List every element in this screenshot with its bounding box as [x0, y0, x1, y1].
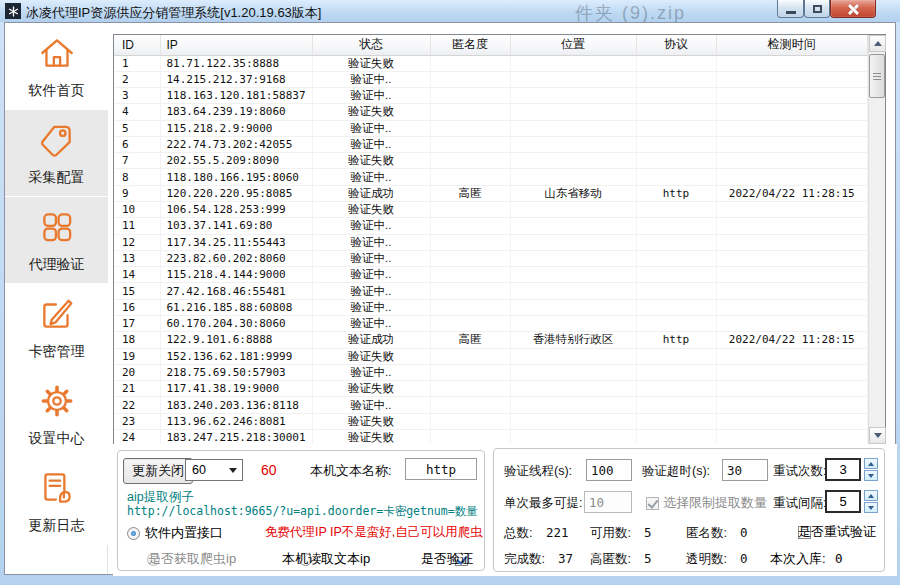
- table-row[interactable]: 21117.41.38.19:9000验证失败: [114, 381, 868, 397]
- sidebar-item-changelog[interactable]: 更新日志: [5, 458, 108, 545]
- cell-anonymity: [430, 169, 510, 185]
- cell-check-time: [716, 136, 868, 152]
- timeout-input[interactable]: [722, 459, 768, 481]
- table-row[interactable]: 13223.82.60.202:8060验证中..: [114, 250, 868, 266]
- table-row[interactable]: 20218.75.69.50:57903验证中..: [114, 364, 868, 380]
- cell-ip: 222.74.73.202:42055: [160, 136, 312, 152]
- max-fetch-input[interactable]: [584, 491, 632, 513]
- cell-id: 8: [114, 169, 160, 185]
- cell-anonymity: [430, 381, 510, 397]
- table-row[interactable]: 6222.74.73.202:42055验证中..: [114, 136, 868, 152]
- table-body: 181.71.122.35:8888验证失败214.215.212.37:916…: [114, 55, 868, 446]
- window-title: 冰凌代理IP资源供应分销管理系统[v1.20.19.63版本]: [26, 4, 321, 22]
- table-row[interactable]: 1760.170.204.30:8060验证中..: [114, 316, 868, 332]
- maximize-button[interactable]: [804, 0, 830, 18]
- cell-id: 5: [114, 120, 160, 136]
- sidebar-item-label: 卡密管理: [29, 343, 85, 361]
- cell-anonymity: [430, 218, 510, 234]
- cell-status: 验证中..: [312, 120, 430, 136]
- cell-ip: 103.37.141.69:80: [160, 218, 312, 234]
- retry-gap-label: 重试间隔:: [773, 495, 826, 512]
- table-row[interactable]: 11103.37.141.69:80验证中..: [114, 218, 868, 234]
- sidebar: 软件首页 采集配置 代理验证 卡密管理: [5, 23, 108, 574]
- table-row[interactable]: 214.215.212.37:9168验证中..: [114, 71, 868, 87]
- close-button[interactable]: [830, 0, 876, 18]
- cell-check-time: [716, 413, 868, 429]
- cell-anonymity: [430, 250, 510, 266]
- scroll-down-button[interactable]: [869, 427, 886, 444]
- table-row[interactable]: 22183.240.203.136:8118验证中..: [114, 397, 868, 413]
- table-row[interactable]: 3118.163.120.181:58837验证中..: [114, 88, 868, 104]
- cell-anonymity: 高匿: [430, 332, 510, 348]
- thread-input[interactable]: [586, 459, 632, 481]
- col-status[interactable]: 状态: [312, 35, 430, 55]
- stepper-up-button[interactable]: [864, 458, 878, 469]
- cell-protocol: [636, 71, 716, 87]
- table-row[interactable]: 8118.180.166.195:8060验证中..: [114, 169, 868, 185]
- local-text-name-input[interactable]: [405, 458, 477, 480]
- app-window: 冰凌代理IP资源供应分销管理系统[v1.20.19.63版本] 件夹 (9).z…: [0, 0, 900, 585]
- retry-count-value[interactable]: 3: [825, 458, 861, 481]
- content-area: 软件首页 采集配置 代理验证 卡密管理: [4, 22, 896, 575]
- scroll-up-button[interactable]: [869, 35, 886, 52]
- table-row[interactable]: 9120.220.220.95:8085验证成功高匿山东省移动http2022/…: [114, 185, 868, 201]
- cell-status: 验证中..: [312, 88, 430, 104]
- stepper-down-button[interactable]: [864, 502, 878, 513]
- sidebar-item-collect-config[interactable]: 采集配置: [5, 110, 108, 197]
- free-proxy-note: 免费代理IP IP不是蛮好,自己可以用爬虫: [265, 524, 483, 541]
- retry-gap-value[interactable]: 5: [825, 490, 861, 513]
- minimize-icon: [786, 11, 796, 14]
- cell-id: 22: [114, 397, 160, 413]
- col-location[interactable]: 位置: [510, 35, 636, 55]
- sidebar-item-proxy-verify[interactable]: 代理验证: [5, 197, 108, 284]
- col-check-time[interactable]: 检测时间: [716, 35, 868, 55]
- max-fetch-label: 单次最多可提:: [504, 495, 582, 512]
- scrollbar-thumb[interactable]: [869, 54, 885, 98]
- cell-protocol: [636, 202, 716, 218]
- retry-count-stepper: [864, 458, 878, 481]
- interval-dropdown[interactable]: 60: [185, 459, 243, 481]
- arrow-up-icon: [868, 462, 874, 466]
- table-row[interactable]: 19152.136.62.181:9999验证失败: [114, 348, 868, 364]
- table-row[interactable]: 10106.54.128.253:999验证失败: [114, 202, 868, 218]
- builtin-api-radio[interactable]: [127, 527, 140, 540]
- table-row[interactable]: 14115.218.4.144:9000验证中..: [114, 267, 868, 283]
- update-close-button[interactable]: 更新关闭: [123, 458, 193, 484]
- table-row[interactable]: 18122.9.101.6:8888验证成功高匿香港特别行政区http2022/…: [114, 332, 868, 348]
- stored-value: 0: [835, 551, 843, 566]
- table-row[interactable]: 1527.42.168.46:55481验证中..: [114, 283, 868, 299]
- table-row[interactable]: 23113.96.62.246:8081验证失败: [114, 413, 868, 429]
- table-row[interactable]: 4183.64.239.19:8060验证失败: [114, 104, 868, 120]
- cell-check-time: [716, 364, 868, 380]
- stored-label: 本次入库:: [770, 550, 826, 568]
- sidebar-item-card-manage[interactable]: 卡密管理: [5, 284, 108, 371]
- limit-fetch-checkbox[interactable]: [646, 497, 659, 510]
- cell-location: [510, 267, 636, 283]
- sidebar-item-home[interactable]: 软件首页: [5, 23, 108, 110]
- table-row[interactable]: 181.71.122.35:8888验证失败: [114, 55, 868, 71]
- cell-status: 验证中..: [312, 250, 430, 266]
- table-scrollbar[interactable]: [868, 35, 885, 444]
- sidebar-item-label: 软件首页: [29, 82, 85, 100]
- table-row[interactable]: 12117.34.25.11:55443验证中..: [114, 234, 868, 250]
- cell-protocol: [636, 381, 716, 397]
- cell-anonymity: [430, 55, 510, 71]
- table-row[interactable]: 5115.218.2.9:9000验证中..: [114, 120, 868, 136]
- minimize-button[interactable]: [777, 0, 804, 18]
- cell-protocol: [636, 153, 716, 169]
- stepper-up-button[interactable]: [864, 490, 878, 501]
- titlebar[interactable]: 冰凌代理IP资源供应分销管理系统[v1.20.19.63版本] 件夹 (9).z…: [0, 0, 900, 22]
- stepper-down-button[interactable]: [864, 470, 878, 481]
- col-id[interactable]: ID: [114, 35, 160, 55]
- col-protocol[interactable]: 协议: [636, 35, 716, 55]
- col-ip[interactable]: IP: [160, 35, 312, 55]
- cell-location: [510, 316, 636, 332]
- cell-status: 验证失败: [312, 413, 430, 429]
- cell-location: [510, 250, 636, 266]
- cell-location: [510, 120, 636, 136]
- col-anonymity[interactable]: 匿名度: [430, 35, 510, 55]
- table-row[interactable]: 1661.216.185.88:60808验证中..: [114, 299, 868, 315]
- table-row[interactable]: 7202.55.5.209:8090验证失败: [114, 153, 868, 169]
- cell-ip: 152.136.62.181:9999: [160, 348, 312, 364]
- sidebar-item-settings[interactable]: 设置中心: [5, 371, 108, 458]
